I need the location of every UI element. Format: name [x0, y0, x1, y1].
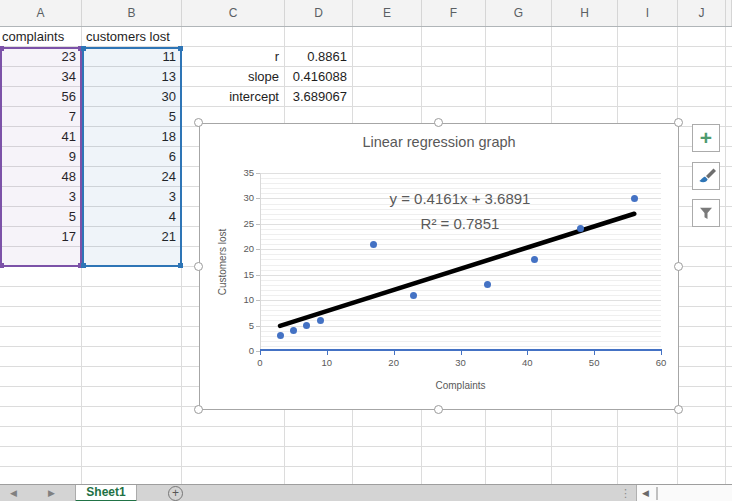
plus-icon: +: [700, 128, 712, 148]
chart-elements-button[interactable]: +: [692, 124, 720, 152]
sheet-nav-right-icon[interactable]: ▶: [48, 488, 55, 498]
horizontal-scrollbar[interactable]: ◀: [636, 485, 732, 501]
column-headers: ABCDEFGHIJ: [0, 0, 732, 27]
chart-filters-button[interactable]: [692, 199, 720, 227]
column-header-e[interactable]: E: [353, 0, 422, 26]
cell-stat-value[interactable]: 0.416088: [285, 67, 351, 87]
chart-resize-handle[interactable]: [674, 405, 683, 414]
range-fill: [2, 49, 80, 265]
chart-x-range-highlight[interactable]: [0, 47, 82, 267]
range-handle[interactable]: [81, 263, 86, 268]
data-point[interactable]: [410, 292, 417, 299]
funnel-icon: [697, 204, 715, 222]
chart-resize-handle[interactable]: [194, 405, 203, 414]
cell-stat-value[interactable]: 3.689067: [285, 87, 351, 107]
cell-stat-value[interactable]: 0.8861: [285, 47, 351, 67]
chart-resize-handle[interactable]: [194, 118, 203, 127]
range-handle[interactable]: [0, 263, 4, 268]
chart-resize-handle[interactable]: [434, 405, 443, 414]
trendline-equation[interactable]: y = 0.4161x + 3.6891 R² = 0.7851: [310, 186, 610, 236]
scrollbar-thumb[interactable]: [656, 487, 658, 500]
data-point[interactable]: [290, 327, 297, 334]
paintbrush-icon: [696, 166, 716, 186]
y-axis-title[interactable]: Customers lost: [217, 229, 228, 296]
column-header-b[interactable]: B: [82, 0, 182, 26]
sheet-tab-bar: ◀ ▶ Sheet1 + ⋮ ◀: [0, 484, 732, 501]
trendline[interactable]: [200, 124, 680, 411]
r-squared-text: R² = 0.7851: [310, 211, 610, 236]
column-header-a[interactable]: A: [0, 0, 82, 26]
data-point[interactable]: [277, 332, 284, 339]
column-header-d[interactable]: D: [285, 0, 353, 26]
column-header-partial[interactable]: [726, 0, 732, 26]
chart-y-range-highlight[interactable]: [82, 47, 182, 267]
column-header-h[interactable]: H: [552, 0, 618, 26]
x-axis-title[interactable]: Complaints: [260, 380, 661, 391]
scroll-left-icon: ◀: [642, 488, 649, 498]
excel-worksheet: { "sheet": { "columns": ["A","B","C","D"…: [0, 0, 732, 501]
column-header-c[interactable]: C: [182, 0, 285, 26]
cell-a1-complaints-header[interactable]: complaints: [0, 27, 80, 47]
range-handle[interactable]: [178, 46, 183, 51]
cell-stat-label[interactable]: slope: [182, 67, 283, 87]
chart[interactable]: Linear regression graph 0102030405060051…: [199, 123, 679, 410]
column-header-j[interactable]: J: [678, 0, 726, 26]
column-header-f[interactable]: F: [422, 0, 486, 26]
column-header-i[interactable]: I: [618, 0, 678, 26]
equation-text: y = 0.4161x + 3.6891: [310, 186, 610, 211]
data-point[interactable]: [531, 256, 538, 263]
cell-b1-customers-lost-header[interactable]: customers lost: [84, 27, 182, 47]
range-fill: [84, 49, 180, 265]
chart-resize-handle[interactable]: [674, 262, 683, 271]
range-handle[interactable]: [81, 46, 86, 51]
grid-column-line: [725, 27, 726, 484]
chart-resize-handle[interactable]: [434, 118, 443, 127]
chart-styles-button[interactable]: [692, 162, 720, 190]
chart-resize-handle[interactable]: [194, 262, 203, 271]
tab-resize-grip[interactable]: ⋮: [620, 485, 631, 501]
data-point[interactable]: [317, 317, 324, 324]
column-header-g[interactable]: G: [486, 0, 552, 26]
sheet-nav-left-icon[interactable]: ◀: [10, 488, 17, 498]
sheet-tab-sheet1[interactable]: Sheet1: [75, 485, 137, 501]
range-handle[interactable]: [178, 263, 183, 268]
cell-stat-label[interactable]: intercept: [182, 87, 283, 107]
new-sheet-button[interactable]: +: [168, 486, 183, 501]
data-point[interactable]: [631, 195, 638, 202]
chart-resize-handle[interactable]: [674, 118, 683, 127]
cell-stat-label[interactable]: r: [182, 47, 283, 67]
range-handle[interactable]: [0, 46, 4, 51]
data-point[interactable]: [370, 241, 377, 248]
